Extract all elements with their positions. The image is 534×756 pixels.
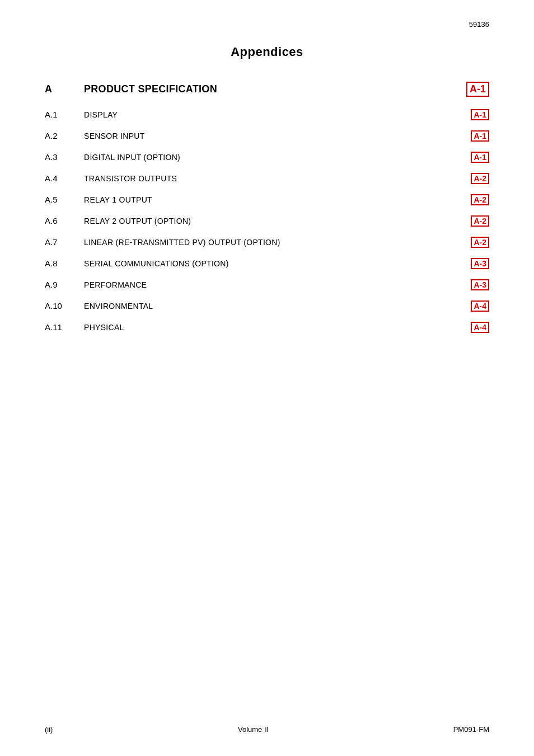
toc-row-a3: A.3 DIGITAL INPUT (OPTION) A-1 — [45, 152, 489, 163]
toc-page-link-a10[interactable]: A-4 — [471, 300, 489, 312]
footer: (ii) Volume II PM091-FM — [45, 725, 489, 734]
toc-page-a11: A-4 — [456, 322, 489, 333]
toc-page-link-a3[interactable]: A-1 — [471, 152, 489, 163]
toc-num-a9: A.9 — [45, 280, 84, 289]
toc-title-a5: RELAY 1 OUTPUT — [84, 195, 456, 204]
toc-page-a4: A-2 — [456, 173, 489, 184]
toc-title-a11: PHYSICAL — [84, 323, 456, 332]
toc-page-a1: A-1 — [456, 109, 489, 120]
page-title: Appendices — [45, 45, 489, 59]
toc-header-num: A — [45, 83, 84, 95]
footer-right: PM091-FM — [453, 725, 489, 734]
toc-row-a4: A.4 TRANSISTOR OUTPUTS A-2 — [45, 173, 489, 184]
toc-title-a1: DISPLAY — [84, 110, 456, 119]
toc-page-a2: A-1 — [456, 130, 489, 142]
toc-page-link-a1[interactable]: A-1 — [471, 109, 489, 120]
page-number-top: 59136 — [469, 20, 489, 29]
toc-header-page-link[interactable]: A-1 — [466, 82, 489, 97]
toc-num-a11: A.11 — [45, 322, 84, 332]
toc-title-a2: SENSOR INPUT — [84, 132, 456, 140]
toc-title-a9: PERFORMANCE — [84, 280, 456, 289]
toc-page-a10: A-4 — [456, 300, 489, 312]
toc-num-a7: A.7 — [45, 237, 84, 247]
toc-row-a5: A.5 RELAY 1 OUTPUT A-2 — [45, 194, 489, 205]
toc-title-a10: ENVIRONMENTAL — [84, 302, 456, 311]
toc-page-link-a7[interactable]: A-2 — [471, 237, 489, 248]
toc-title-a7: LINEAR (RE-TRANSMITTED PV) OUTPUT (OPTIO… — [84, 238, 456, 247]
toc-num-a4: A.4 — [45, 173, 84, 183]
toc-page-a9: A-3 — [456, 279, 489, 290]
toc-page-a6: A-2 — [456, 215, 489, 227]
toc-page-a8: A-3 — [456, 258, 489, 269]
toc-row-a10: A.10 ENVIRONMENTAL A-4 — [45, 300, 489, 312]
toc-page-link-a11[interactable]: A-4 — [471, 322, 489, 333]
toc-page-link-a2[interactable]: A-1 — [471, 130, 489, 142]
toc-num-a1: A.1 — [45, 110, 84, 119]
toc-page-a7: A-2 — [456, 237, 489, 248]
footer-center: Volume II — [238, 725, 268, 734]
toc-row-a9: A.9 PERFORMANCE A-3 — [45, 279, 489, 290]
toc-num-a3: A.3 — [45, 152, 84, 162]
toc-row-a7: A.7 LINEAR (RE-TRANSMITTED PV) OUTPUT (O… — [45, 237, 489, 248]
toc-row-a6: A.6 RELAY 2 OUTPUT (OPTION) A-2 — [45, 215, 489, 227]
toc-num-a2: A.2 — [45, 131, 84, 140]
toc-header-page: A-1 — [456, 82, 489, 97]
toc-row-a2: A.2 SENSOR INPUT A-1 — [45, 130, 489, 142]
toc-page-link-a6[interactable]: A-2 — [471, 215, 489, 227]
toc-num-a5: A.5 — [45, 195, 84, 204]
toc-page-link-a4[interactable]: A-2 — [471, 173, 489, 184]
toc-header-title: PRODUCT SPECIFICATION — [84, 83, 456, 95]
toc-page-link-a8[interactable]: A-3 — [471, 258, 489, 269]
toc-num-a6: A.6 — [45, 216, 84, 226]
footer-left: (ii) — [45, 725, 53, 734]
toc-page-link-a9[interactable]: A-3 — [471, 279, 489, 290]
toc-page-link-a5[interactable]: A-2 — [471, 194, 489, 205]
page-container: 59136 Appendices A PRODUCT SPECIFICATION… — [0, 0, 534, 756]
toc-title-a8: SERIAL COMMUNICATIONS (OPTION) — [84, 259, 456, 268]
toc-num-a10: A.10 — [45, 301, 84, 311]
toc-page-a5: A-2 — [456, 194, 489, 205]
toc-row-a1: A.1 DISPLAY A-1 — [45, 109, 489, 120]
toc-row-a11: A.11 PHYSICAL A-4 — [45, 322, 489, 333]
toc-header-row: A PRODUCT SPECIFICATION A-1 — [45, 82, 489, 97]
toc-page-a3: A-1 — [456, 152, 489, 163]
toc-title-a3: DIGITAL INPUT (OPTION) — [84, 153, 456, 162]
toc-title-a6: RELAY 2 OUTPUT (OPTION) — [84, 217, 456, 226]
toc-row-a8: A.8 SERIAL COMMUNICATIONS (OPTION) A-3 — [45, 258, 489, 269]
toc-num-a8: A.8 — [45, 259, 84, 268]
toc-title-a4: TRANSISTOR OUTPUTS — [84, 174, 456, 183]
